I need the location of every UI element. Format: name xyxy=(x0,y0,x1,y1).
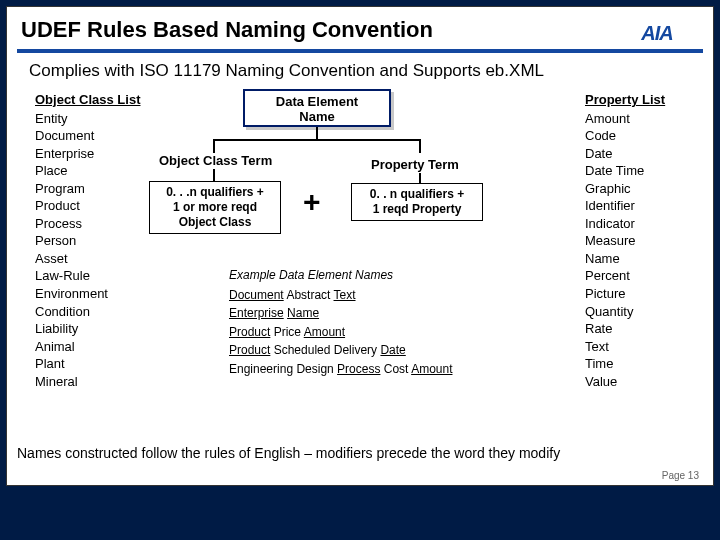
connector xyxy=(213,169,215,181)
list-item: Entity xyxy=(35,110,153,128)
list-item: Program xyxy=(35,180,153,198)
data-element-label-2: Name xyxy=(245,109,389,124)
slide-body: Object Class List Entity Document Enterp… xyxy=(7,91,713,429)
qual-line: 1 reqd Property xyxy=(354,202,480,217)
list-item: Date Time xyxy=(585,162,695,180)
property-qualifier-box: 0. . n qualifiers + 1 reqd Property xyxy=(351,183,483,221)
object-class-list: Object Class List Entity Document Enterp… xyxy=(35,91,153,429)
list-item: Measure xyxy=(585,232,695,250)
diagram: Data Element Name Object Class Term Prop… xyxy=(153,91,585,429)
connector xyxy=(213,139,421,141)
list-item: Date xyxy=(585,145,695,163)
object-class-term-label: Object Class Term xyxy=(159,153,272,168)
qual-line: 0. . n qualifiers + xyxy=(354,187,480,202)
qual-line: 1 or more reqd xyxy=(152,200,278,215)
list-item: Asset xyxy=(35,250,153,268)
logo: AIA xyxy=(615,15,699,51)
list-item: Law-Rule xyxy=(35,267,153,285)
page-number: Page 13 xyxy=(662,470,699,481)
list-item: Graphic xyxy=(585,180,695,198)
example-row: Product Price Amount xyxy=(229,323,452,342)
object-class-list-header: Object Class List xyxy=(35,91,153,109)
list-item: Process xyxy=(35,215,153,233)
slide: AIA UDEF Rules Based Naming Convention C… xyxy=(6,6,714,486)
list-item: Identifier xyxy=(585,197,695,215)
list-item: Environment xyxy=(35,285,153,303)
list-item: Quantity xyxy=(585,303,695,321)
list-item: Product xyxy=(35,197,153,215)
connector xyxy=(419,173,421,183)
property-term-label: Property Term xyxy=(371,157,459,172)
connector xyxy=(419,139,421,153)
list-item: Person xyxy=(35,232,153,250)
list-item: Liability xyxy=(35,320,153,338)
connector xyxy=(316,127,318,139)
list-item: Place xyxy=(35,162,153,180)
list-item: Plant xyxy=(35,355,153,373)
footer-note: Names constructed follow the rules of En… xyxy=(7,441,713,465)
examples-header: Example Data Element Names xyxy=(229,266,452,285)
property-list: Property List Amount Code Date Date Time… xyxy=(585,91,695,429)
list-item: Condition xyxy=(35,303,153,321)
logo-acronym: AIA xyxy=(641,23,672,44)
list-item: Enterprise xyxy=(35,145,153,163)
plus-icon: + xyxy=(303,185,321,219)
list-item: Code xyxy=(585,127,695,145)
example-row: Product Scheduled Delivery Date xyxy=(229,341,452,360)
slide-subtitle: Complies with ISO 11179 Naming Conventio… xyxy=(7,61,713,91)
title-rule xyxy=(17,49,703,53)
connector xyxy=(213,139,215,153)
list-item: Text xyxy=(585,338,695,356)
example-row: Engineering Design Process Cost Amount xyxy=(229,360,452,379)
list-item: Name xyxy=(585,250,695,268)
example-row: Enterprise Name xyxy=(229,304,452,323)
list-item: Indicator xyxy=(585,215,695,233)
data-element-label-1: Data Element xyxy=(245,94,389,109)
list-item: Animal xyxy=(35,338,153,356)
list-item: Rate xyxy=(585,320,695,338)
list-item: Percent xyxy=(585,267,695,285)
property-list-header: Property List xyxy=(585,91,695,109)
list-item: Amount xyxy=(585,110,695,128)
qual-line: Object Class xyxy=(152,215,278,230)
list-item: Document xyxy=(35,127,153,145)
list-item: Mineral xyxy=(35,373,153,391)
qual-line: 0. . .n qualifiers + xyxy=(152,185,278,200)
list-item: Picture xyxy=(585,285,695,303)
examples-block: Example Data Element Names Document Abst… xyxy=(229,266,452,379)
slide-title: UDEF Rules Based Naming Convention xyxy=(7,7,713,49)
list-item: Time xyxy=(585,355,695,373)
object-class-qualifier-box: 0. . .n qualifiers + 1 or more reqd Obje… xyxy=(149,181,281,234)
list-item: Value xyxy=(585,373,695,391)
data-element-box: Data Element Name xyxy=(243,89,391,127)
example-row: Document Abstract Text xyxy=(229,286,452,305)
